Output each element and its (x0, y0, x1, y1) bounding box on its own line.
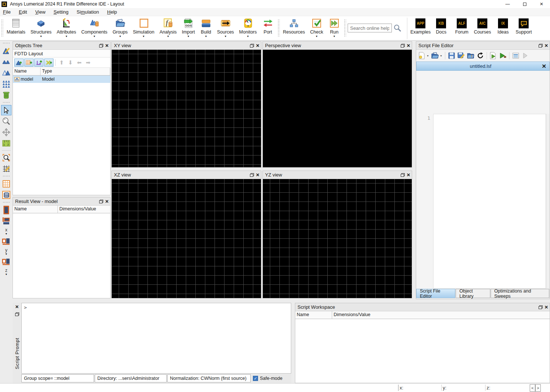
menu-edit[interactable]: Edit (19, 8, 31, 15)
slab-view-icon[interactable] (1, 205, 11, 215)
toolbar-drag-handle[interactable] (1, 19, 3, 37)
examples-link[interactable]: APP Examples (410, 16, 431, 35)
import-dropdown-arrow[interactable]: ▼ (187, 35, 190, 38)
float-panel-icon[interactable] (15, 312, 19, 316)
y-view-icon[interactable] (1, 256, 11, 267)
move-left-button[interactable]: ⬅ (75, 59, 83, 66)
new-script-dropdown-arrow[interactable]: ▼ (427, 55, 429, 57)
monitors-dropdown-arrow[interactable]: ▼ (247, 35, 249, 38)
prev-button[interactable]: < (530, 384, 535, 392)
layers-view-icon[interactable] (1, 216, 11, 226)
column-dimensions-value[interactable]: Dimensions/Value (332, 311, 550, 319)
courses-link[interactable]: AIC Courses (472, 16, 493, 35)
forum-link[interactable]: ALF Forum (452, 16, 472, 35)
run-script-file-button[interactable] (489, 52, 497, 60)
show-console-button[interactable] (512, 52, 520, 60)
select-tool-icon[interactable] (1, 105, 11, 115)
add-simulation-button[interactable] (24, 59, 34, 67)
view-grid-icon[interactable] (1, 179, 11, 189)
close-panel-icon[interactable]: ✕ (256, 172, 260, 178)
attributes-dropdown-arrow[interactable]: ▼ (65, 35, 68, 38)
open-script-dropdown-arrow[interactable]: ▼ (440, 55, 442, 57)
editor-scrollbar[interactable] (546, 114, 550, 288)
tab-script-file-editor[interactable]: Script File Editor (416, 289, 455, 298)
float-panel-icon[interactable] (539, 44, 542, 47)
run-dropdown-arrow[interactable]: ▼ (333, 35, 335, 38)
run-active-script-button[interactable] (499, 52, 507, 60)
close-tab-icon[interactable]: ✕ (542, 63, 546, 70)
support-link[interactable]: Support (514, 16, 534, 35)
x-view-icon[interactable] (1, 236, 11, 246)
float-panel-icon[interactable] (401, 44, 404, 47)
mesh-settings-icon[interactable] (1, 190, 11, 200)
toolbar-check-button[interactable]: Check ▼ (307, 16, 326, 38)
toolbar-sources-button[interactable]: Sources ▼ (215, 16, 237, 38)
toolbar-port-button[interactable]: Port ▼ (260, 16, 276, 38)
check-dropdown-arrow[interactable]: ▼ (316, 35, 318, 38)
edit-object-icon[interactable] (1, 46, 11, 56)
toolbar-attributes-button[interactable]: Attributes ▼ (54, 16, 79, 38)
move-down-button[interactable]: ⬇ (66, 59, 74, 66)
toolbar-monitors-button[interactable]: Monitors ▼ (237, 16, 260, 38)
toolbar-structures-button[interactable]: Structures ▼ (28, 16, 54, 38)
strip-drag-handle[interactable] (3, 42, 10, 44)
close-button[interactable]: ✕ (533, 0, 550, 8)
search-input[interactable] (348, 24, 392, 32)
perspective-view-canvas[interactable] (263, 50, 412, 167)
groups-dropdown-arrow[interactable]: ▼ (119, 35, 121, 38)
move-up-button[interactable]: ⬆ (58, 59, 66, 66)
safe-mode-checkbox[interactable]: ✓ (253, 376, 258, 381)
float-panel-icon[interactable] (401, 173, 404, 176)
step-button[interactable] (521, 52, 529, 60)
close-panel-icon[interactable]: ✕ (15, 304, 19, 309)
delete-object-icon[interactable] (1, 90, 11, 100)
simulation-dropdown-arrow[interactable]: ▼ (142, 35, 145, 38)
float-panel-icon[interactable] (539, 305, 542, 309)
analysis-dropdown-arrow[interactable]: ▼ (167, 35, 170, 38)
sources-dropdown-arrow[interactable]: ▼ (224, 35, 227, 38)
menu-setting[interactable]: Setting (53, 8, 72, 15)
save-as-script-button[interactable] (457, 52, 465, 60)
edit-mesh-icon[interactable] (1, 164, 11, 174)
move-right-button[interactable]: ➡ (84, 59, 92, 66)
column-name[interactable]: Name (295, 311, 332, 319)
xy-view-canvas[interactable] (112, 50, 261, 167)
zoom-tool-icon[interactable]: +− (1, 116, 11, 126)
column-type[interactable]: Type (41, 68, 110, 75)
toolbar-groups-button[interactable]: Groups ▼ (110, 16, 130, 38)
float-panel-icon[interactable] (250, 44, 254, 47)
zoom-extents-icon[interactable] (1, 153, 11, 163)
close-panel-icon[interactable]: ✕ (544, 43, 548, 48)
refresh-button[interactable] (476, 52, 484, 60)
next-button[interactable]: > (535, 384, 541, 392)
column-name[interactable]: Name (13, 68, 41, 75)
ruler-tool-icon[interactable]: 12 (1, 138, 11, 148)
close-panel-icon[interactable]: ✕ (105, 199, 109, 204)
mirror-object-icon[interactable] (1, 68, 11, 78)
safe-mode-toggle[interactable]: ✓ Safe-mode (253, 376, 282, 381)
minimize-button[interactable]: — (499, 0, 516, 8)
toolbar-drag-handle-2[interactable] (278, 19, 280, 37)
components-dropdown-arrow[interactable]: ▼ (93, 35, 95, 38)
save-script-button[interactable] (448, 52, 456, 60)
new-script-button[interactable] (418, 52, 426, 60)
float-panel-icon[interactable] (250, 173, 254, 176)
duplicate-object-icon[interactable] (1, 57, 11, 67)
toolbar-components-button[interactable]: Components ▼ (79, 16, 110, 38)
float-panel-icon[interactable] (99, 44, 103, 47)
float-panel-icon[interactable] (99, 200, 103, 203)
add-monitor-button[interactable] (34, 59, 43, 67)
working-directory-button[interactable]: ! (467, 52, 475, 60)
column-dimensions-value[interactable]: Dimensions/Value (58, 206, 110, 213)
z-axis-dropdown-arrow[interactable]: ▼ (5, 273, 8, 276)
toolbar-run-button[interactable]: Run ▼ (326, 16, 343, 38)
menu-simulation[interactable]: Simulation (77, 8, 103, 15)
menu-view[interactable]: View (35, 8, 49, 15)
toolbar-import-button[interactable]: GDS Import ▼ (179, 16, 197, 38)
build-dropdown-arrow[interactable]: ▼ (205, 35, 207, 38)
array-object-icon[interactable] (1, 79, 11, 89)
maximize-button[interactable] (516, 0, 533, 8)
structures-dropdown-arrow[interactable]: ▼ (40, 35, 42, 38)
script-tab-untitled[interactable]: untitled.lsf ✕ (416, 62, 550, 71)
y-axis-dropdown-arrow[interactable]: ▼ (5, 253, 8, 255)
